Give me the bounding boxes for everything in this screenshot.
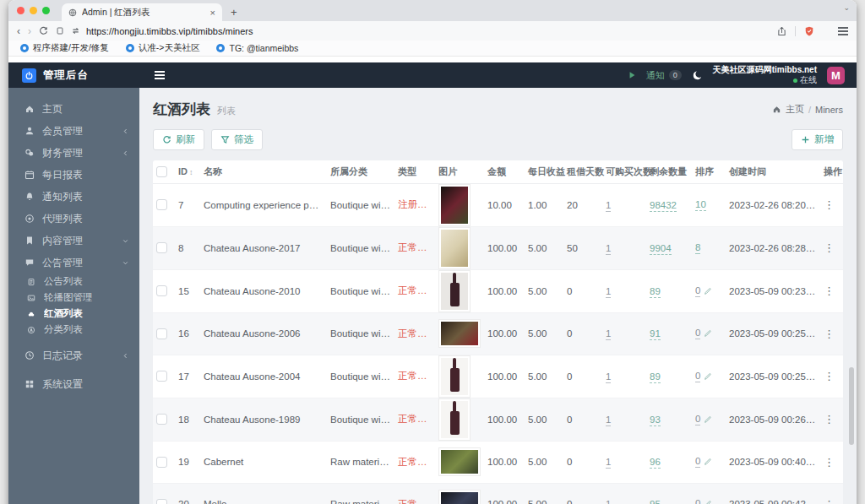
sort-link[interactable]: 0	[695, 371, 700, 382]
wine-image[interactable]	[438, 319, 481, 348]
browser-menu-icon[interactable]	[838, 27, 848, 35]
buy-times-link[interactable]: 1	[606, 415, 611, 426]
edit-pencil-icon[interactable]	[704, 372, 712, 381]
brand[interactable]: 管理后台	[8, 68, 139, 83]
row-actions-button[interactable]: ⋮	[824, 198, 835, 211]
bookmark-item[interactable]: 认准->天美社区	[126, 42, 200, 54]
page-scrollbar-thumb[interactable]	[849, 367, 854, 445]
dark-mode-moon-icon[interactable]	[692, 70, 703, 81]
sidebar-item[interactable]: 会员管理	[8, 120, 139, 142]
sidebar-item[interactable]: 公告列表	[8, 274, 139, 290]
sort-link[interactable]: 8	[695, 242, 700, 254]
buy-times-link[interactable]: 1	[606, 286, 611, 298]
remaining-link[interactable]: 89	[650, 371, 661, 383]
close-window-button[interactable]	[17, 7, 24, 14]
remaining-link[interactable]: 96	[650, 457, 661, 469]
select-all-checkbox[interactable]	[156, 166, 167, 177]
edit-pencil-icon[interactable]	[704, 500, 712, 504]
wine-image[interactable]	[438, 270, 471, 312]
sidebar-item[interactable]: 通知列表	[8, 186, 139, 208]
remaining-link[interactable]: 91	[650, 328, 661, 340]
wine-image[interactable]	[438, 447, 481, 476]
buy-times-link[interactable]: 1	[606, 499, 611, 504]
wine-image[interactable]	[438, 227, 471, 269]
sidebar-item[interactable]: 日志记录	[8, 344, 139, 366]
row-actions-button[interactable]: ⋮	[824, 413, 835, 425]
row-actions-button[interactable]: ⋮	[824, 498, 835, 504]
row-actions-button[interactable]: ⋮	[824, 456, 835, 469]
row-checkbox[interactable]	[156, 285, 167, 296]
sort-link[interactable]: 0	[695, 498, 700, 504]
wine-image[interactable]	[438, 490, 481, 504]
row-checkbox[interactable]	[156, 328, 167, 339]
url-text[interactable]: https://hongjiu.timibbs.vip/timibbs/mine…	[86, 26, 253, 36]
filter-button[interactable]: 筛选	[211, 129, 263, 150]
remaining-link[interactable]: 89	[650, 286, 661, 298]
row-checkbox[interactable]	[156, 199, 167, 210]
remaining-link[interactable]: 93	[650, 415, 661, 426]
row-checkbox[interactable]	[156, 499, 167, 504]
sidebar-item[interactable]: 分类列表	[8, 322, 139, 338]
sort-link[interactable]: 0	[695, 285, 700, 297]
address-bar[interactable]: https://hongjiu.timibbs.vip/timibbs/mine…	[72, 26, 770, 36]
sidebar-item[interactable]: 公告管理	[8, 252, 139, 274]
buy-times-link[interactable]: 1	[606, 457, 611, 469]
refresh-button[interactable]: 刷新	[153, 129, 204, 150]
buy-times-link[interactable]: 1	[606, 328, 611, 340]
remaining-link[interactable]: 95	[650, 499, 661, 504]
sort-link[interactable]: 10	[695, 199, 706, 211]
row-actions-button[interactable]: ⋮	[824, 370, 835, 382]
maximize-window-button[interactable]	[42, 7, 50, 14]
share-icon[interactable]	[777, 26, 786, 36]
row-actions-button[interactable]: ⋮	[824, 328, 835, 340]
wine-image[interactable]	[438, 184, 471, 226]
edit-pencil-icon[interactable]	[704, 415, 712, 424]
row-checkbox[interactable]	[156, 457, 167, 468]
sort-link[interactable]: 0	[695, 414, 700, 425]
adblock-shield-icon[interactable]	[804, 26, 814, 36]
play-icon[interactable]	[628, 71, 636, 79]
forward-icon[interactable]: ›	[28, 26, 31, 36]
edit-pencil-icon[interactable]	[704, 329, 712, 338]
sidebar-item[interactable]: 轮播图管理	[8, 290, 139, 306]
edit-pencil-icon[interactable]	[704, 287, 712, 295]
tab-close-icon[interactable]: ×	[210, 8, 215, 18]
bookmark-item[interactable]: 程序搭建/开发/修复	[20, 42, 109, 54]
breadcrumb-home[interactable]: 主页	[786, 103, 804, 116]
row-checkbox[interactable]	[156, 414, 167, 425]
row-checkbox[interactable]	[156, 371, 167, 382]
sidebar-item[interactable]: 财务管理	[8, 142, 139, 164]
buy-times-link[interactable]: 1	[606, 200, 611, 212]
remaining-link[interactable]: 98432	[650, 200, 677, 212]
avatar[interactable]: M	[827, 67, 845, 84]
reload-icon[interactable]	[39, 26, 48, 35]
sort-arrows-icon[interactable]: ↕	[189, 168, 193, 176]
sidebar-toggle-icon[interactable]	[155, 71, 165, 79]
sidebar-item[interactable]: 内容管理	[8, 230, 139, 252]
row-actions-button[interactable]: ⋮	[824, 285, 835, 297]
notifications-button[interactable]: 通知 0	[646, 69, 682, 82]
buy-times-link[interactable]: 1	[606, 243, 611, 255]
edit-pencil-icon[interactable]	[704, 458, 712, 466]
sidebar-item[interactable]: 系统设置	[8, 373, 139, 395]
sidebar-item[interactable]: 红酒列表	[8, 306, 139, 322]
column-header[interactable]: ID↕	[175, 160, 200, 183]
sort-link[interactable]: 0	[695, 456, 700, 468]
sort-link[interactable]: 0	[695, 328, 700, 339]
wine-image[interactable]	[438, 398, 471, 441]
remaining-link[interactable]: 9904	[650, 243, 672, 255]
wine-image[interactable]	[438, 355, 471, 398]
new-tab-button[interactable]: +	[231, 6, 237, 19]
sidebar-item[interactable]: 代理列表	[8, 208, 139, 230]
browser-tab[interactable]: Admin | 红酒列表 ×	[62, 3, 222, 21]
row-checkbox[interactable]	[156, 242, 167, 253]
minimize-window-button[interactable]	[30, 7, 37, 14]
sidebar-item[interactable]: 每日报表	[8, 164, 139, 186]
back-icon[interactable]: ‹	[17, 26, 20, 36]
buy-times-link[interactable]: 1	[606, 371, 611, 383]
site-permissions-icon[interactable]	[72, 26, 81, 35]
tab-overview-chevron-icon[interactable]: ⌄	[843, 3, 850, 12]
add-button[interactable]: 新增	[792, 129, 843, 150]
sidebar-item[interactable]: 主页	[8, 98, 139, 120]
bookmark-item[interactable]: TG: @tianmeibbs	[216, 43, 298, 53]
